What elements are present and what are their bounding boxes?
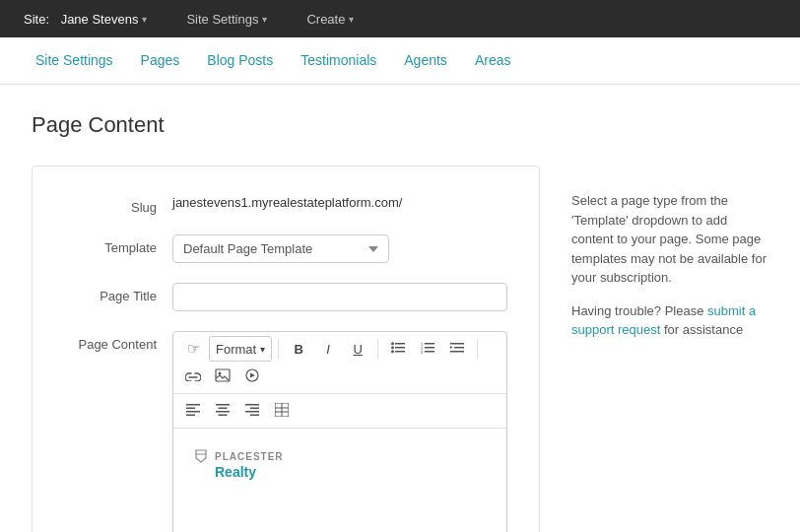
sidebar-help-suffix: for assistance bbox=[660, 322, 743, 337]
create-nav-label: Create bbox=[306, 12, 345, 27]
play-icon bbox=[244, 368, 260, 385]
format-dropdown[interactable]: Format ▾ bbox=[209, 336, 272, 362]
sub-nav-areas[interactable]: Areas bbox=[463, 38, 523, 84]
italic-icon: I bbox=[326, 342, 330, 357]
svg-rect-29 bbox=[250, 407, 259, 409]
svg-marker-15 bbox=[450, 346, 453, 349]
format-chevron-icon: ▾ bbox=[260, 344, 265, 355]
image-icon bbox=[215, 368, 231, 385]
page-content-label: Page Content bbox=[64, 331, 172, 352]
align-center-button[interactable] bbox=[209, 398, 236, 424]
sub-nav-pages[interactable]: Pages bbox=[129, 38, 192, 84]
svg-rect-22 bbox=[186, 411, 200, 413]
template-field: Default Page Template Home Page About Pa… bbox=[172, 234, 507, 263]
indent-button[interactable] bbox=[443, 336, 471, 362]
svg-rect-24 bbox=[216, 404, 230, 406]
sidebar-info: Select a page type from the 'Template' d… bbox=[571, 112, 768, 532]
page-content-row: Page Content ☞ Format ▾ bbox=[64, 331, 507, 532]
svg-rect-31 bbox=[250, 414, 259, 416]
indent-icon bbox=[450, 342, 464, 357]
svg-rect-20 bbox=[186, 404, 200, 406]
rich-text-editor: ☞ Format ▾ B bbox=[172, 331, 507, 532]
underline-button[interactable]: U bbox=[344, 336, 371, 362]
italic-button[interactable]: I bbox=[314, 336, 342, 362]
toolbar-separator-2 bbox=[377, 339, 378, 359]
sidebar-help-prefix: Having trouble? Please bbox=[571, 303, 707, 318]
sidebar-info-text: Select a page type from the 'Template' d… bbox=[571, 191, 768, 288]
align-center-icon bbox=[216, 404, 230, 419]
svg-point-5 bbox=[391, 350, 394, 353]
site-settings-chevron-icon: ▾ bbox=[262, 14, 267, 25]
site-name: Jane Stevens bbox=[61, 12, 139, 27]
sub-nav-site-settings[interactable]: Site Settings bbox=[24, 38, 125, 84]
top-navigation: Site: Jane Stevens ▾ Site Settings ▾ Cre… bbox=[0, 0, 800, 37]
format-label: Format bbox=[216, 342, 256, 357]
bold-button[interactable]: B bbox=[285, 336, 312, 362]
svg-rect-0 bbox=[395, 343, 405, 345]
sub-nav-testimonials[interactable]: Testimonials bbox=[289, 38, 388, 84]
align-right-button[interactable] bbox=[238, 398, 266, 424]
svg-rect-12 bbox=[450, 343, 464, 345]
site-settings-nav-item[interactable]: Site Settings ▾ bbox=[178, 0, 275, 37]
link-button[interactable] bbox=[179, 364, 207, 389]
svg-rect-1 bbox=[395, 347, 405, 349]
link-icon bbox=[185, 369, 201, 384]
page-title-input[interactable] bbox=[172, 283, 507, 311]
svg-point-17 bbox=[219, 371, 222, 374]
site-chevron-icon: ▾ bbox=[142, 14, 147, 25]
underline-icon: U bbox=[353, 342, 362, 357]
sidebar-help-text: Having trouble? Please submit a support … bbox=[571, 301, 768, 340]
template-label: Template bbox=[64, 234, 172, 255]
toolbar-separator-1 bbox=[278, 339, 279, 359]
align-left-button[interactable] bbox=[179, 398, 207, 424]
align-right-icon bbox=[245, 404, 259, 419]
sub-nav-blog-posts[interactable]: Blog Posts bbox=[195, 38, 285, 84]
svg-rect-7 bbox=[425, 347, 434, 349]
svg-rect-25 bbox=[219, 407, 228, 409]
page-content-field: ☞ Format ▾ B bbox=[172, 331, 507, 532]
video-button[interactable] bbox=[238, 364, 266, 389]
slug-value: janestevens1.myrealestateplatform.com/ bbox=[172, 189, 402, 210]
svg-rect-27 bbox=[219, 414, 228, 416]
svg-point-4 bbox=[391, 346, 394, 349]
svg-rect-26 bbox=[216, 411, 230, 413]
cursor-icon: ☞ bbox=[187, 340, 200, 358]
svg-marker-36 bbox=[196, 450, 206, 462]
unordered-list-button[interactable] bbox=[384, 336, 412, 362]
form-section: Page Content Slug janestevens1.myrealest… bbox=[32, 112, 540, 532]
table-icon bbox=[275, 403, 289, 420]
slug-label: Slug bbox=[64, 194, 172, 215]
form-card: Slug janestevens1.myrealestateplatform.c… bbox=[32, 166, 540, 532]
placester-logo-mark-icon bbox=[193, 448, 209, 464]
ul-icon bbox=[391, 342, 405, 357]
svg-rect-23 bbox=[186, 414, 195, 416]
placester-realty-text: Realty bbox=[193, 464, 487, 480]
slug-field: janestevens1.myrealestateplatform.com/ bbox=[172, 194, 507, 210]
sub-navigation: Site Settings Pages Blog Posts Testimoni… bbox=[0, 37, 800, 85]
placester-icon: PLACESTER bbox=[193, 448, 487, 464]
svg-rect-30 bbox=[245, 411, 259, 413]
site-label: Site: Jane Stevens ▾ bbox=[16, 0, 155, 37]
main-content: Page Content Slug janestevens1.myrealest… bbox=[0, 85, 800, 532]
svg-point-3 bbox=[391, 342, 394, 345]
site-text: Site: bbox=[24, 12, 49, 27]
cursor-tool-button[interactable]: ☞ bbox=[179, 336, 207, 362]
bold-icon: B bbox=[294, 342, 302, 357]
ol-icon: 123 bbox=[421, 342, 434, 357]
page-heading: Page Content bbox=[32, 112, 540, 138]
template-select[interactable]: Default Page Template Home Page About Pa… bbox=[172, 234, 389, 263]
create-chevron-icon: ▾ bbox=[349, 14, 354, 25]
table-button[interactable] bbox=[268, 398, 296, 424]
page-title-field bbox=[172, 283, 507, 311]
svg-rect-2 bbox=[395, 351, 405, 353]
site-settings-nav-label: Site Settings bbox=[186, 12, 258, 27]
svg-rect-21 bbox=[186, 407, 195, 409]
svg-rect-6 bbox=[425, 343, 434, 345]
editor-content-area[interactable]: PLACESTER Realty bbox=[173, 429, 506, 532]
editor-toolbar-row2 bbox=[173, 394, 506, 429]
sub-nav-agents[interactable]: Agents bbox=[392, 38, 459, 84]
ordered-list-button[interactable]: 123 bbox=[414, 336, 441, 362]
create-nav-item[interactable]: Create ▾ bbox=[299, 0, 362, 37]
image-button[interactable] bbox=[209, 364, 236, 389]
page-title-label: Page Title bbox=[64, 283, 172, 303]
